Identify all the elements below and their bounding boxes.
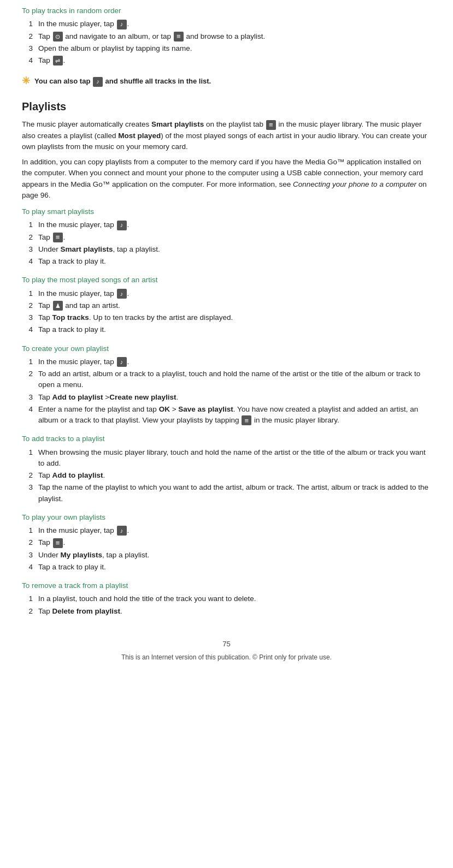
add-tracks-heading: To add tracks to a playlist bbox=[22, 433, 431, 444]
list-item: 3 Tap the name of the playlist to which … bbox=[22, 482, 431, 504]
list-item: 1 In a playlist, touch and hold the titl… bbox=[22, 593, 431, 604]
list-item: 4 Tap . bbox=[22, 55, 431, 66]
music-icon bbox=[117, 221, 127, 230]
list-item: 3 Tap Add to playlist >Create new playli… bbox=[22, 392, 431, 403]
footer: 75 This is an Internet version of this p… bbox=[22, 639, 431, 663]
list-item: 3 Under Smart playlists, tap a playlist. bbox=[22, 244, 431, 255]
list-icon bbox=[53, 538, 63, 548]
smart-playlists-heading: To play smart playlists bbox=[22, 206, 431, 217]
list-icon bbox=[242, 415, 251, 425]
create-playlist-heading: To create your own playlist bbox=[22, 343, 431, 354]
playlists-section: Playlists The music player automatically… bbox=[22, 98, 431, 201]
list-icon bbox=[53, 233, 63, 242]
music-icon bbox=[117, 526, 127, 536]
list-item: 4 Tap a track to play it. bbox=[22, 562, 431, 573]
list-item: 2 Tap and navigate to an album, or tap a… bbox=[22, 31, 431, 42]
remove-track-list: 1 In a playlist, touch and hold the titl… bbox=[22, 593, 431, 617]
music-icon bbox=[117, 20, 127, 29]
list-icon bbox=[174, 32, 184, 41]
tip-box: ✳ You can also tap and shuffle all track… bbox=[22, 74, 431, 88]
music-icon bbox=[117, 289, 127, 299]
list-item: 2 Tap . bbox=[22, 232, 431, 243]
shuffle-icon bbox=[53, 56, 63, 66]
playlists-intro-1: The music player automatically creates S… bbox=[22, 119, 431, 152]
list-item: 2 Tap and tap an artist. bbox=[22, 300, 431, 311]
list-item: 1 In the music player, tap . bbox=[22, 288, 431, 299]
own-playlists-heading: To play your own playlists bbox=[22, 512, 431, 523]
random-order-list: 1 In the music player, tap . 2 Tap and n… bbox=[22, 19, 431, 66]
list-item: 4 Enter a name for the playlist and tap … bbox=[22, 404, 431, 426]
list-item: 2 To add an artist, album or a track to … bbox=[22, 368, 431, 391]
smart-playlists-list: 1 In the music player, tap . 2 Tap . 3 U… bbox=[22, 219, 431, 267]
smart-playlists-section: To play smart playlists 1 In the music p… bbox=[22, 206, 431, 267]
list-item: 3 Open the album or playlist by tapping … bbox=[22, 43, 431, 54]
playlists-heading: Playlists bbox=[22, 98, 431, 115]
music-icon-tip bbox=[93, 77, 103, 87]
person-icon bbox=[53, 301, 63, 311]
cam-icon bbox=[53, 32, 63, 41]
list-item: 1 In the music player, tap . bbox=[22, 219, 431, 230]
page-number: 75 bbox=[22, 639, 431, 650]
list-item: 1 In the music player, tap . bbox=[22, 19, 431, 29]
list-item: 1 In the music player, tap . bbox=[22, 356, 431, 367]
most-played-section: To play the most played songs of an arti… bbox=[22, 275, 431, 335]
most-played-heading: To play the most played songs of an arti… bbox=[22, 275, 431, 286]
add-tracks-list: 1 When browsing the music player library… bbox=[22, 447, 431, 504]
remove-track-section: To remove a track from a playlist 1 In a… bbox=[22, 580, 431, 617]
create-playlist-section: To create your own playlist 1 In the mus… bbox=[22, 343, 431, 426]
list-item: 2 Tap . bbox=[22, 537, 431, 548]
list-item: 2 Tap Delete from playlist. bbox=[22, 606, 431, 617]
list-item: 2 Tap Add to playlist. bbox=[22, 470, 431, 481]
remove-track-heading: To remove a track from a playlist bbox=[22, 580, 431, 591]
random-order-heading: To play tracks in random order bbox=[22, 5, 431, 16]
content-wrapper: To play tracks in random order 1 In the … bbox=[22, 5, 431, 662]
random-order-section: To play tracks in random order 1 In the … bbox=[22, 5, 431, 88]
list-item: 4 Tap a track to play it. bbox=[22, 256, 431, 267]
playlists-intro-2: In addition, you can copy playlists from… bbox=[22, 157, 431, 201]
most-played-list: 1 In the music player, tap . 2 Tap and t… bbox=[22, 288, 431, 336]
add-tracks-section: To add tracks to a playlist 1 When brows… bbox=[22, 433, 431, 504]
list-item: 3 Tap Top tracks. Up to ten tracks by th… bbox=[22, 312, 431, 323]
own-playlists-section: To play your own playlists 1 In the musi… bbox=[22, 512, 431, 573]
list-item: 1 In the music player, tap . bbox=[22, 525, 431, 536]
music-icon bbox=[117, 357, 127, 367]
footer-text: This is an Internet version of this publ… bbox=[22, 652, 431, 662]
list-item: 3 Under My playlists, tap a playlist. bbox=[22, 550, 431, 561]
own-playlists-list: 1 In the music player, tap . 2 Tap . 3 U… bbox=[22, 525, 431, 573]
create-playlist-list: 1 In the music player, tap . 2 To add an… bbox=[22, 356, 431, 426]
list-item: 1 When browsing the music player library… bbox=[22, 447, 431, 469]
list-item: 4 Tap a track to play it. bbox=[22, 324, 431, 335]
tip-icon: ✳ bbox=[22, 74, 30, 88]
list-icon-intro bbox=[266, 120, 276, 130]
